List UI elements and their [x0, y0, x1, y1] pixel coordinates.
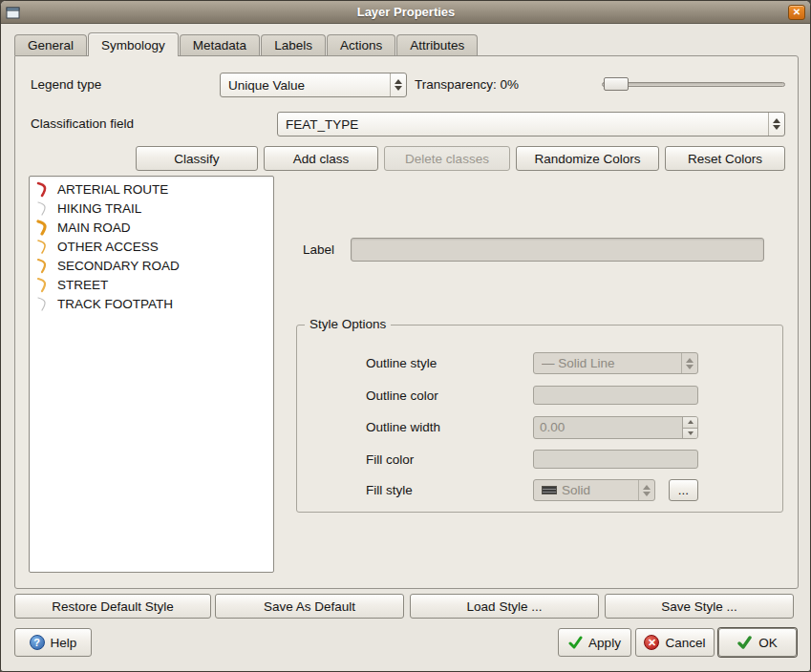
transparency-label: Transparency: 0% [415, 77, 519, 92]
tab-general[interactable]: General [14, 34, 87, 55]
combo-arrows-icon [681, 353, 697, 373]
class-list[interactable]: ARTERIAL ROUTE HIKING TRAIL MAIN ROAD OT… [29, 176, 274, 573]
spinner-arrows-icon [682, 417, 697, 438]
help-button[interactable]: ? Help [14, 628, 92, 657]
list-item[interactable]: SECONDARY ROAD [30, 256, 273, 275]
delete-classes-button: Delete classes [384, 146, 510, 171]
fill-color-label: Fill color [366, 452, 414, 467]
legend-type-label: Legend type [31, 77, 101, 92]
outline-style-label: Outline style [366, 356, 437, 370]
restore-default-style-button[interactable]: Restore Default Style [14, 594, 211, 619]
apply-button[interactable]: Apply [558, 628, 631, 657]
style-options-group: Style Options Outline style — Solid Line… [296, 325, 783, 513]
list-item[interactable]: OTHER ACCESS [30, 237, 273, 256]
combo-arrows-icon [768, 113, 784, 136]
ok-button[interactable]: OK [718, 628, 797, 657]
titlebar[interactable]: Layer Properties ✕ [1, 1, 810, 24]
list-item[interactable]: STREET [30, 275, 273, 294]
close-button[interactable]: ✕ [788, 5, 805, 20]
list-item[interactable]: ARTERIAL ROUTE [30, 179, 273, 199]
classify-button[interactable]: Classify [136, 146, 258, 171]
cancel-icon: ✕ [644, 635, 659, 650]
tab-actions[interactable]: Actions [327, 34, 395, 55]
list-item[interactable]: HIKING TRAIL [30, 199, 273, 218]
list-item[interactable]: TRACK FOOTPATH [30, 294, 273, 313]
slider-handle[interactable] [604, 77, 629, 91]
outline-width-label: Outline width [366, 420, 440, 434]
classification-field-combo[interactable]: FEAT_TYPE [277, 112, 785, 136]
slider-trough[interactable] [602, 82, 785, 87]
line-symbol-icon [33, 277, 54, 293]
fill-color-button [533, 450, 698, 469]
fill-style-label: Fill style [366, 483, 413, 497]
style-options-title: Style Options [305, 317, 391, 331]
classification-field-label: Classification field [31, 116, 134, 131]
label-input [351, 238, 764, 262]
outline-style-combo: — Solid Line [533, 352, 698, 374]
line-symbol-icon [33, 296, 54, 312]
outline-color-label: Outline color [366, 388, 438, 403]
save-style-button[interactable]: Save Style ... [605, 594, 794, 619]
fill-style-combo: Solid [533, 479, 655, 501]
fill-style-more-button[interactable]: ... [669, 479, 698, 501]
help-icon: ? [30, 635, 45, 650]
window-icon [6, 6, 20, 18]
symbology-panel: Legend type Unique Value Transparency: 0… [14, 55, 799, 589]
tab-attributes[interactable]: Attributes [396, 34, 478, 55]
line-symbol-icon [33, 258, 54, 274]
apply-check-icon [568, 636, 583, 649]
tab-metadata[interactable]: Metadata [180, 34, 260, 55]
save-as-default-button[interactable]: Save As Default [215, 594, 404, 619]
legend-type-combo[interactable]: Unique Value [220, 73, 407, 97]
line-symbol-icon [33, 181, 54, 198]
tab-bar: General Symbology Metadata Labels Action… [14, 32, 479, 56]
load-style-button[interactable]: Load Style ... [410, 594, 599, 619]
cancel-button[interactable]: ✕ Cancel [635, 628, 715, 657]
list-item[interactable]: MAIN ROAD [30, 218, 273, 237]
line-symbol-icon [33, 200, 54, 217]
randomize-colors-button[interactable]: Randomize Colors [516, 146, 659, 171]
transparency-slider[interactable] [602, 76, 785, 92]
outline-color-button [533, 386, 698, 405]
combo-arrows-icon [638, 480, 654, 500]
combo-arrows-icon [390, 74, 406, 96]
window-title: Layer Properties [24, 5, 788, 19]
line-symbol-icon [33, 239, 54, 255]
tab-labels[interactable]: Labels [261, 34, 326, 55]
label-field-label: Label [303, 242, 334, 257]
outline-width-spinner: 0.00 [533, 416, 698, 439]
layer-properties-dialog: Layer Properties ✕ General Symbology Met… [0, 0, 811, 672]
add-class-button[interactable]: Add class [264, 146, 378, 171]
reset-colors-button[interactable]: Reset Colors [665, 146, 785, 171]
line-symbol-icon [33, 220, 54, 236]
ok-check-icon [737, 636, 753, 649]
tab-symbology[interactable]: Symbology [88, 32, 179, 56]
fill-pattern-icon [542, 486, 557, 494]
